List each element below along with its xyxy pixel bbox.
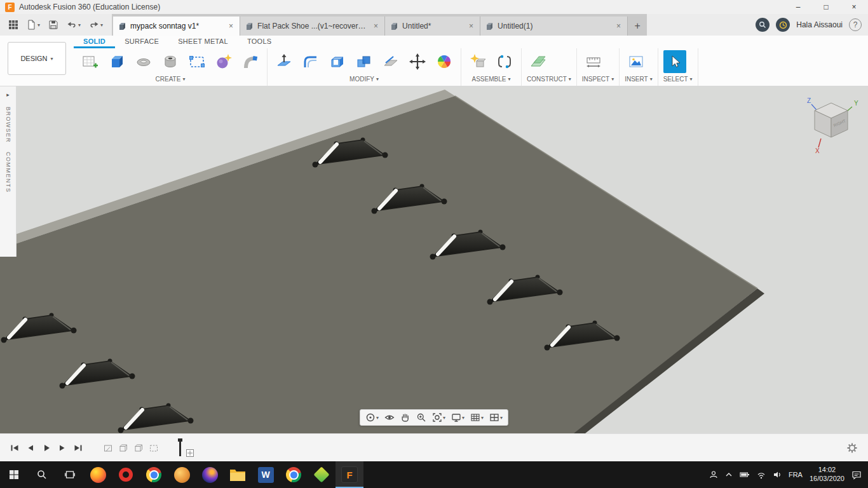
timeline-settings-button[interactable] <box>846 442 868 454</box>
start-button[interactable] <box>0 461 28 488</box>
viewport-canvas[interactable] <box>0 86 868 433</box>
save-button[interactable] <box>46 18 61 32</box>
comments-label[interactable]: COMMENTS <box>5 152 11 193</box>
chrome-beta-icon[interactable] <box>280 461 308 488</box>
orbit-button[interactable]: ▾ <box>363 411 381 424</box>
play-button[interactable] <box>42 444 51 452</box>
skip-to-end-button[interactable] <box>74 444 83 452</box>
viewports-button[interactable]: ▾ <box>487 411 505 424</box>
tab-sheet-metal[interactable]: SHEET METAL <box>168 36 238 48</box>
timeline-position-marker[interactable] <box>179 440 181 456</box>
app-grid-button[interactable] <box>6 18 20 31</box>
offset-face-button[interactable] <box>379 50 402 73</box>
modify-group-label[interactable]: MODIFY▾ <box>273 74 456 86</box>
extrude-button[interactable] <box>105 50 128 73</box>
close-tab-icon[interactable]: × <box>615 22 622 30</box>
fillet-button[interactable] <box>299 50 322 73</box>
expand-browser-icon[interactable]: ▸ <box>6 92 10 98</box>
chevron-up-icon[interactable] <box>725 471 733 478</box>
wifi-icon[interactable] <box>757 471 766 479</box>
select-button[interactable] <box>663 50 686 73</box>
sync-status-button[interactable] <box>776 18 790 32</box>
taskbar-search-button[interactable] <box>28 461 56 488</box>
taskbar-clock[interactable]: 14:02 16/03/2020 <box>810 466 844 484</box>
language-indicator[interactable]: FRA <box>789 471 803 478</box>
move-button[interactable] <box>406 50 429 73</box>
display-settings-button[interactable]: ▾ <box>449 411 466 424</box>
green-diamond-app-icon[interactable] <box>308 461 336 488</box>
close-button[interactable]: × <box>840 0 868 14</box>
document-tab[interactable]: Untitled* × <box>385 17 480 36</box>
battery-icon[interactable] <box>740 471 750 478</box>
tab-tools[interactable]: TOOLS <box>238 36 281 48</box>
shell-button[interactable] <box>326 50 349 73</box>
joint-button[interactable] <box>493 50 516 73</box>
document-tab-active[interactable]: mypack sonntag v1* × <box>113 17 240 36</box>
step-forward-button[interactable] <box>58 444 67 452</box>
hole-button[interactable] <box>159 50 182 73</box>
grid-snaps-button[interactable]: ▾ <box>468 411 485 424</box>
redo-button[interactable]: ▾ <box>86 18 105 32</box>
document-tab[interactable]: Flat Pack Shoe ...(v1~recovered)* × <box>240 17 385 36</box>
create-sketch-button[interactable] <box>79 50 102 73</box>
undo-button[interactable]: ▾ <box>64 18 83 32</box>
user-name[interactable]: Hala Aissaoui <box>796 20 843 29</box>
workspace-selector[interactable]: DESIGN ▾ <box>8 42 66 75</box>
chrome-icon[interactable] <box>140 461 168 488</box>
people-icon[interactable] <box>709 470 718 479</box>
thunderbird-icon[interactable] <box>168 461 196 488</box>
look-at-button[interactable] <box>383 411 397 424</box>
measure-button[interactable] <box>582 50 605 73</box>
tab-solid[interactable]: SOLID <box>74 36 115 48</box>
maximize-button[interactable]: □ <box>812 0 840 14</box>
inspect-group-label[interactable]: INSPECT▾ <box>582 74 614 86</box>
new-tab-button[interactable]: + <box>628 17 647 36</box>
skip-to-start-button[interactable] <box>10 444 19 452</box>
timeline-sketch-icon[interactable] <box>103 443 113 453</box>
firefox-icon[interactable] <box>84 461 112 488</box>
opera-icon[interactable] <box>112 461 140 488</box>
tab-surface[interactable]: SURFACE <box>115 36 168 48</box>
zoom-button[interactable] <box>414 411 428 424</box>
pattern-button[interactable] <box>186 50 208 73</box>
create-form-button[interactable] <box>212 50 235 73</box>
document-tab[interactable]: Untitled(1) × <box>480 17 628 36</box>
revolve-button[interactable] <box>132 50 155 73</box>
pan-button[interactable] <box>398 411 412 424</box>
step-back-button[interactable] <box>26 444 35 452</box>
notification-center-icon[interactable] <box>851 470 862 480</box>
job-status-button[interactable] <box>756 18 770 32</box>
word-icon[interactable]: W <box>252 461 280 488</box>
insert-group-label[interactable]: INSERT▾ <box>625 74 653 86</box>
timeline-feature-icon[interactable] <box>133 443 144 453</box>
file-explorer-icon[interactable] <box>224 461 252 488</box>
sweep-button[interactable] <box>239 50 262 73</box>
browser-panel-collapsed[interactable]: ▸ BROWSER COMMENTS <box>0 86 17 257</box>
speaker-icon[interactable] <box>773 470 782 479</box>
timeline-zoom-box[interactable] <box>186 449 194 457</box>
insert-button[interactable] <box>625 50 648 73</box>
minimize-button[interactable]: – <box>784 0 812 14</box>
timeline-pattern-icon[interactable] <box>149 443 159 453</box>
view-cube[interactable]: Z Y RIGHT X <box>802 93 860 156</box>
press-pull-button[interactable] <box>273 50 295 73</box>
assemble-group-label[interactable]: ASSEMBLE▾ <box>466 74 516 86</box>
combine-button[interactable] <box>353 50 376 73</box>
new-component-button[interactable] <box>466 50 489 73</box>
browser-label[interactable]: BROWSER <box>5 107 11 143</box>
help-icon[interactable]: ? <box>849 18 862 31</box>
appearance-button[interactable] <box>433 50 456 73</box>
close-tab-icon[interactable]: × <box>227 22 234 30</box>
task-view-button[interactable] <box>56 461 84 488</box>
close-tab-icon[interactable]: × <box>372 22 379 30</box>
fit-button[interactable]: ▾ <box>430 411 447 424</box>
create-group-label[interactable]: CREATE▾ <box>79 74 262 86</box>
construction-plane-button[interactable] <box>527 50 550 73</box>
fusion-360-taskbar-icon[interactable]: F <box>336 461 363 488</box>
file-menu-button[interactable]: ▾ <box>24 18 43 32</box>
construct-group-label[interactable]: CONSTRUCT▾ <box>527 74 571 86</box>
select-group-label[interactable]: SELECT▾ <box>663 74 693 86</box>
timeline-feature-icon[interactable] <box>118 443 128 453</box>
close-tab-icon[interactable]: × <box>468 22 475 30</box>
firefox-developer-icon[interactable] <box>196 461 224 488</box>
